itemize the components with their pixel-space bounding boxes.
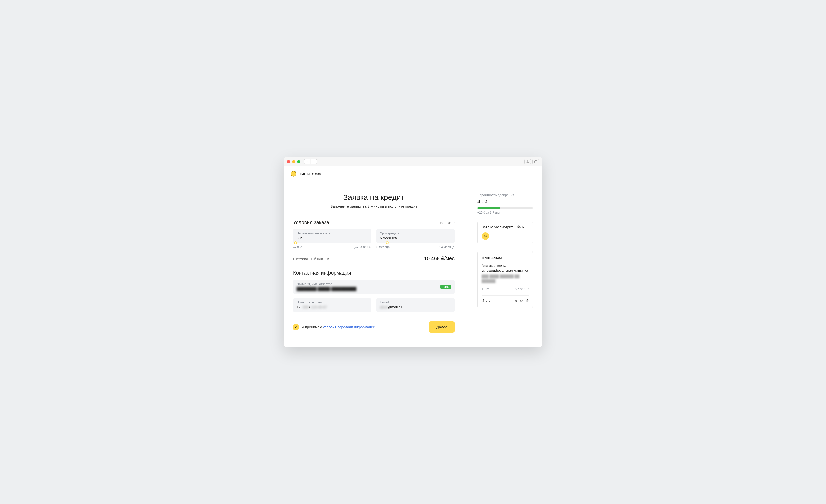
conditions-title: Условия заказа	[293, 219, 329, 226]
phone-value: +7 (999) 123-45-67	[297, 305, 368, 309]
titlebar: ‹ ›	[284, 157, 542, 166]
next-button[interactable]: Далее	[429, 321, 455, 333]
downpayment-label: Первоначальный взнос	[297, 232, 368, 235]
share-icon[interactable]	[524, 159, 531, 164]
term-label: Срок кредита	[380, 232, 451, 235]
phone-label: Номер телефона	[297, 301, 368, 304]
monthly-label: Ежемесячный платеж	[293, 257, 329, 261]
term-min: 3 месяца	[376, 245, 390, 249]
downpayment-slider[interactable]: Первоначальный взнос 0 ₽ от 0 ₽ до 54 64…	[293, 229, 371, 249]
order-total-label: Итого	[482, 299, 490, 303]
close-icon[interactable]	[287, 160, 290, 163]
email-field[interactable]: E-mail abcd@mail.ru	[376, 298, 455, 312]
bank-text: Заявку рассмотрит 1 банк	[482, 225, 529, 229]
order-qty: 1 шт.	[482, 287, 489, 291]
order-item-details: ███ ████ ██████ ██ ██████	[482, 274, 529, 284]
order-card: Ваш заказ Аккумуляторная углошлифовальна…	[477, 251, 533, 308]
bonus-badge: +20%	[440, 285, 452, 289]
approval-bar	[477, 207, 533, 209]
order-title: Ваш заказ	[482, 255, 529, 260]
svg-rect-0	[535, 161, 536, 163]
downpayment-min: от 0 ₽	[293, 245, 302, 249]
app-header: ТИНЬКОФФ	[284, 166, 542, 182]
traffic-lights	[287, 160, 300, 163]
back-button[interactable]: ‹	[304, 159, 310, 164]
fio-value: ████████ █████ ██████████	[297, 287, 451, 291]
slider-thumb[interactable]	[386, 241, 389, 244]
minimize-icon[interactable]	[292, 160, 295, 163]
svg-point-2	[485, 236, 486, 237]
tabs-icon[interactable]	[532, 159, 539, 164]
approval-label: Вероятность одобрения	[477, 193, 533, 197]
order-total-value: 57 643 ₽	[515, 299, 529, 303]
email-value: abcd@mail.ru	[380, 305, 451, 309]
consent-link[interactable]: условия передачи информации	[323, 325, 375, 329]
maximize-icon[interactable]	[297, 160, 300, 163]
phone-field[interactable]: Номер телефона +7 (999) 123-45-67	[293, 298, 371, 312]
browser-window: ‹ › ТИНЬКОФФ Заявка на кредит Заполните …	[284, 157, 542, 347]
approval-note: +20% за 1-й шаг	[477, 211, 533, 214]
fio-field[interactable]: Фамилия, имя, отчество ████████ █████ ██…	[293, 280, 455, 294]
contact-title: Контактная информация	[293, 270, 455, 276]
brand-logo-icon	[290, 170, 297, 178]
term-slider[interactable]: Срок кредита 6 месяцев 3 месяца 24 месяц…	[376, 229, 455, 249]
downpayment-value: 0 ₽	[297, 236, 368, 240]
approval-percent: 40%	[477, 198, 533, 205]
term-value: 6 месяцев	[380, 236, 451, 240]
brand-name: ТИНЬКОФФ	[299, 172, 321, 176]
slider-thumb[interactable]	[294, 241, 297, 244]
consent-text: Я принимаю условия передачи информации	[302, 325, 375, 329]
order-price: 57 643 ₽	[515, 287, 529, 291]
bank-logo-icon	[482, 232, 489, 240]
monthly-value: 10 468 ₽/мес	[424, 255, 455, 261]
bank-card: Заявку рассмотрит 1 банк	[477, 221, 533, 244]
step-indicator: Шаг 1 из 2	[437, 221, 455, 225]
order-item-name: Аккумуляторная углошлифовальная машинка	[482, 263, 529, 273]
downpayment-max: до 54 643 ₽	[354, 245, 371, 249]
consent-checkbox[interactable]	[293, 324, 299, 330]
term-max: 24 месяца	[439, 245, 455, 249]
page-subtitle: Заполните заявку за 3 минуты и получите …	[293, 204, 455, 208]
page-title: Заявка на кредит	[293, 193, 455, 202]
forward-button[interactable]: ›	[311, 159, 317, 164]
fio-label: Фамилия, имя, отчество	[297, 282, 451, 286]
email-label: E-mail	[380, 301, 451, 304]
